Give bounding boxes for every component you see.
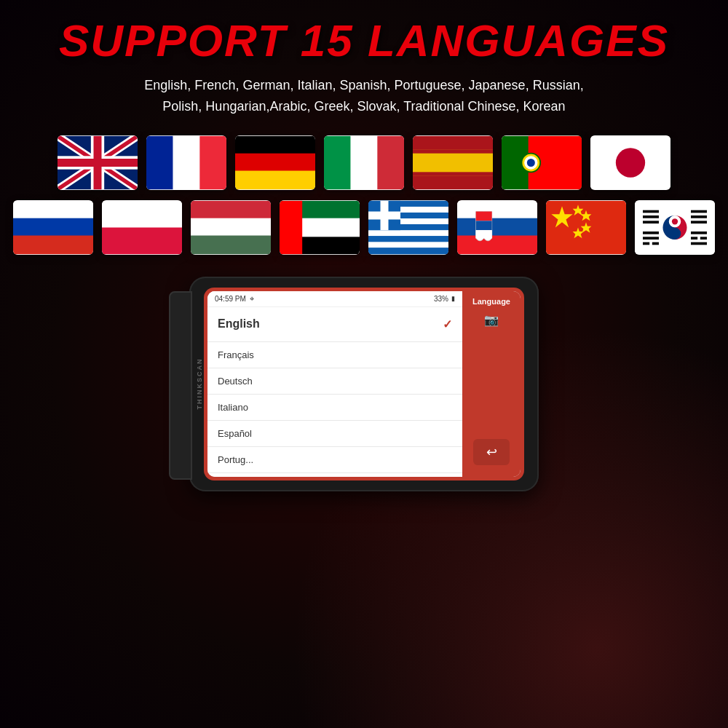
svg-rect-76 bbox=[652, 242, 659, 245]
svg-rect-79 bbox=[700, 237, 707, 240]
language-espanol-label: Español bbox=[218, 428, 252, 439]
side-panel-title: Language bbox=[472, 297, 510, 306]
flag-portugal bbox=[502, 135, 582, 190]
battery-icon: ▮ bbox=[451, 295, 455, 302]
svg-rect-57 bbox=[476, 211, 492, 221]
svg-point-26 bbox=[527, 159, 535, 167]
language-item-english[interactable]: English ✓ bbox=[207, 307, 462, 342]
svg-rect-58 bbox=[476, 221, 492, 230]
time-display: 04:59 PM bbox=[215, 295, 246, 303]
svg-rect-40 bbox=[280, 200, 302, 253]
svg-rect-33 bbox=[102, 227, 182, 254]
subtitle-line1: English, French, German, Italian, Spanis… bbox=[144, 78, 583, 92]
flags-section bbox=[22, 135, 706, 255]
svg-rect-75 bbox=[643, 242, 649, 245]
svg-rect-67 bbox=[643, 210, 659, 213]
svg-point-83 bbox=[672, 230, 678, 236]
back-icon: ↩ bbox=[486, 444, 497, 460]
svg-rect-35 bbox=[191, 218, 271, 237]
svg-rect-9 bbox=[146, 135, 173, 189]
svg-rect-70 bbox=[691, 210, 707, 213]
screen-side-panel: Language 📷 ↩ bbox=[462, 291, 521, 477]
screen-main: 04:59 PM ⌖ 33% ▮ English ✓ bbox=[207, 291, 462, 477]
status-bar: 04:59 PM ⌖ 33% ▮ bbox=[207, 291, 462, 307]
back-button[interactable]: ↩ bbox=[473, 439, 510, 465]
svg-rect-48 bbox=[368, 236, 448, 242]
language-item-espanol[interactable]: Español bbox=[207, 421, 462, 447]
flag-uk bbox=[58, 135, 138, 190]
svg-rect-32 bbox=[102, 200, 182, 227]
svg-rect-29 bbox=[13, 200, 93, 219]
language-item-deutsch[interactable]: Deutsch bbox=[207, 368, 462, 395]
status-left: 04:59 PM ⌖ bbox=[215, 294, 254, 304]
flag-korea bbox=[635, 200, 715, 255]
svg-rect-77 bbox=[691, 232, 707, 234]
language-deutsch-label: Deutsch bbox=[218, 376, 253, 387]
svg-rect-68 bbox=[643, 215, 659, 218]
svg-point-28 bbox=[616, 148, 645, 177]
svg-rect-72 bbox=[691, 221, 707, 223]
wifi-icon: ⌖ bbox=[250, 294, 254, 304]
svg-rect-78 bbox=[691, 237, 697, 240]
svg-rect-19 bbox=[413, 149, 493, 176]
flag-russia bbox=[13, 200, 93, 255]
svg-rect-74 bbox=[643, 237, 659, 240]
flag-poland bbox=[102, 200, 182, 255]
device-screen: 04:59 PM ⌖ 33% ▮ English ✓ bbox=[207, 291, 521, 477]
flag-hungary bbox=[191, 200, 271, 255]
svg-rect-16 bbox=[351, 135, 378, 189]
svg-rect-30 bbox=[13, 218, 93, 237]
svg-rect-53 bbox=[368, 211, 400, 219]
flag-slovakia bbox=[457, 200, 537, 255]
language-item-portugues[interactable]: Portug... bbox=[207, 447, 462, 473]
flag-china bbox=[546, 200, 626, 255]
flag-germany bbox=[235, 135, 315, 190]
svg-rect-71 bbox=[691, 215, 707, 218]
svg-rect-12 bbox=[235, 135, 315, 154]
brand-label: THINKSCAN bbox=[196, 358, 203, 410]
status-right: 33% ▮ bbox=[434, 295, 455, 303]
device: THINKSCAN 04:59 PM ⌖ 33% ▮ bbox=[189, 277, 539, 491]
device-inner: 04:59 PM ⌖ 33% ▮ English ✓ bbox=[204, 288, 524, 480]
flag-greece bbox=[368, 200, 448, 255]
svg-rect-73 bbox=[643, 232, 659, 234]
language-item-italiano[interactable]: Italiano bbox=[207, 395, 462, 421]
flags-row-1 bbox=[58, 135, 670, 190]
language-italiano-label: Italiano bbox=[218, 402, 248, 413]
svg-rect-14 bbox=[235, 170, 315, 189]
language-english-label: English bbox=[218, 317, 260, 331]
svg-rect-55 bbox=[457, 218, 537, 237]
page-title: SUPPORT 15 LANGUAGES bbox=[59, 15, 669, 66]
svg-rect-56 bbox=[457, 235, 537, 254]
svg-rect-54 bbox=[457, 200, 537, 219]
svg-point-82 bbox=[672, 218, 678, 224]
flag-uae bbox=[280, 200, 360, 255]
language-list[interactable]: English ✓ Français Deutsch Italiano bbox=[207, 307, 462, 477]
check-mark: ✓ bbox=[443, 317, 452, 331]
svg-rect-34 bbox=[191, 200, 271, 219]
main-content: SUPPORT 15 LANGUAGES English, French, Ge… bbox=[0, 0, 728, 499]
subtitle: English, French, German, Italian, Spanis… bbox=[144, 75, 583, 117]
device-section: THINKSCAN 04:59 PM ⌖ 33% ▮ bbox=[22, 277, 706, 491]
svg-rect-50 bbox=[368, 248, 448, 254]
camera-icon[interactable]: 📷 bbox=[484, 313, 499, 327]
svg-rect-10 bbox=[173, 135, 200, 189]
svg-rect-20 bbox=[413, 149, 493, 154]
svg-rect-47 bbox=[368, 230, 448, 236]
language-portugues-label: Portug... bbox=[218, 454, 253, 465]
svg-rect-13 bbox=[235, 153, 315, 172]
flag-france bbox=[146, 135, 226, 190]
language-item-francais[interactable]: Français bbox=[207, 342, 462, 368]
flag-spain bbox=[413, 135, 493, 190]
flag-japan bbox=[590, 135, 670, 190]
svg-rect-15 bbox=[324, 135, 351, 189]
battery-percent: 33% bbox=[434, 295, 448, 303]
flags-row-2 bbox=[13, 200, 715, 255]
flag-italy bbox=[324, 135, 404, 190]
svg-rect-21 bbox=[413, 172, 493, 176]
svg-rect-59 bbox=[476, 230, 492, 238]
svg-rect-80 bbox=[691, 242, 707, 245]
svg-rect-31 bbox=[13, 235, 93, 254]
svg-rect-11 bbox=[199, 135, 226, 189]
language-francais-label: Français bbox=[218, 349, 254, 360]
